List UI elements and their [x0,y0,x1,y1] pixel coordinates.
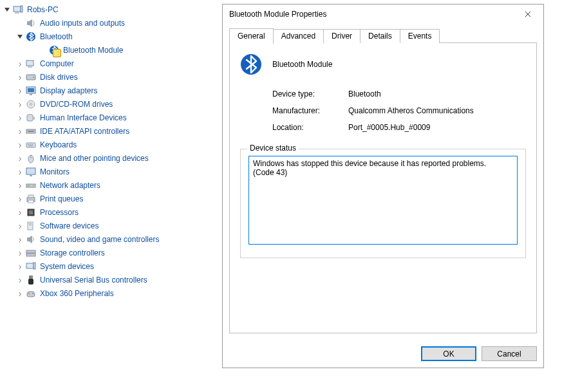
chevron-right-icon[interactable] [15,154,24,163]
location-label: Location: [272,123,348,132]
device-info-grid: Device type: Bluetooth Manufacturer: Qua… [272,89,526,132]
chevron-down-icon[interactable] [3,5,12,14]
dialog-button-row: OK Cancel [223,340,543,368]
tab-events[interactable]: Events [400,29,440,43]
tree-item-print-queues[interactable]: Print queues [0,192,212,205]
xbox-icon [26,288,36,299]
chevron-right-icon[interactable] [15,289,24,298]
tree-item-disk-drives[interactable]: Disk drives [0,70,212,84]
tree-item-label: DVD/CD-ROM drives [39,99,114,109]
tree-item-mice-and-other-pointing-devices[interactable]: Mice and other pointing devices [0,151,212,165]
tree-item-display-adapters[interactable]: Display adapters [0,84,212,97]
tree-item-dvd-cd-rom-drives[interactable]: DVD/CD-ROM drives [0,97,212,111]
chevron-right-icon[interactable] [15,221,24,230]
tree-item-label: Display adapters [39,86,98,96]
svg-rect-19 [28,131,34,132]
usb-icon [26,275,36,285]
chevron-right-icon[interactable] [15,194,24,203]
svg-rect-33 [28,195,33,198]
tree-item-bluetooth[interactable]: Bluetooth [0,30,212,43]
tab-general[interactable]: General [229,28,274,44]
tree-item-ide-ata-atapi-controllers[interactable]: IDE ATA/ATAPI controllers [0,124,212,138]
chevron-right-icon[interactable] [15,181,24,190]
tree-item-universal-serial-bus-controllers[interactable]: Universal Serial Bus controllers [0,273,212,286]
tree-item-processors[interactable]: Processors [0,205,212,219]
svg-rect-2 [15,12,19,14]
tree-item-label: System devices [39,261,95,272]
chevron-right-icon[interactable] [15,140,24,149]
software-icon [26,221,36,231]
tab-driver[interactable]: Driver [323,29,361,43]
svg-rect-20 [26,143,35,147]
svg-rect-37 [28,222,33,230]
tree-item-label: Disk drives [39,72,79,82]
tree-item-bluetooth-module[interactable]: Bluetooth Module [0,43,212,57]
tree-item-computer[interactable]: Computer [0,57,212,70]
chevron-right-icon[interactable] [15,235,24,244]
chevron-right-icon[interactable] [15,59,24,68]
tree-item-label: Software devices [39,221,100,231]
tree-item-label: Network adapters [39,180,102,191]
svg-point-48 [28,293,30,294]
svg-rect-1 [21,6,23,12]
computer-icon [13,5,23,15]
svg-rect-36 [29,210,33,214]
svg-rect-44 [26,263,33,268]
chevron-right-icon[interactable] [15,275,24,285]
tree-item-xbox-360-peripherals[interactable]: Xbox 360 Peripherals [0,286,212,300]
svg-point-15 [30,103,32,105]
tree-item-label: Human Interface Devices [39,113,128,123]
device-tree[interactable]: Robs-PC Audio inputs and outputsBluetoot… [0,0,212,300]
svg-rect-17 [33,117,35,120]
tree-root-label: Robs-PC [26,5,60,15]
chevron-right-icon[interactable] [15,167,24,176]
chevron-right-icon[interactable] [15,208,24,217]
svg-rect-3 [27,21,29,25]
tree-root[interactable]: Robs-PC [0,3,212,16]
keyboard-icon [26,140,36,150]
tree-item-label: Sound, video and game controllers [39,234,160,245]
tree-item-system-devices[interactable]: System devices [0,259,212,273]
svg-rect-47 [28,279,33,285]
chevron-down-icon[interactable] [15,32,24,41]
device-status-text[interactable] [248,156,518,245]
svg-rect-8 [28,66,32,68]
chevron-right-icon[interactable] [15,100,24,109]
close-button[interactable] [515,6,541,23]
dialog-tabs: GeneralAdvancedDriverDetailsEvents [229,28,537,43]
computer-icon [26,59,36,69]
tree-item-software-devices[interactable]: Software devices [0,219,212,232]
cancel-button[interactable]: Cancel [482,346,537,361]
chevron-right-icon[interactable] [15,86,24,95]
tree-item-audio-inputs-and-outputs[interactable]: Audio inputs and outputs [0,16,212,30]
svg-rect-23 [32,144,33,145]
chevron-right-icon[interactable] [15,248,24,257]
device-name: Bluetooth Module [272,60,332,69]
manufacturer-value: Qualcomm Atheros Communications [348,106,526,115]
tree-item-keyboards[interactable]: Keyboards [0,138,212,151]
chevron-right-icon[interactable] [15,73,24,82]
device-status-group: Device status [240,149,526,258]
tab-advanced[interactable]: Advanced [273,29,324,43]
properties-dialog: Bluetooth Module Properties GeneralAdvan… [222,4,544,368]
storage-icon [26,248,36,258]
chevron-right-icon[interactable] [15,113,24,122]
tree-item-storage-controllers[interactable]: Storage controllers [0,246,212,259]
tree-item-monitors[interactable]: Monitors [0,165,212,178]
chevron-right-icon[interactable] [15,262,24,271]
tree-item-label: Computer [39,59,75,69]
svg-rect-42 [26,250,35,253]
svg-point-49 [32,293,33,294]
svg-rect-40 [27,238,29,241]
device-type-label: Device type: [272,89,348,98]
tree-item-sound-video-and-game-controllers[interactable]: Sound, video and game controllers [0,232,212,246]
tab-details[interactable]: Details [360,29,400,43]
monitor-icon [26,167,36,177]
chevron-right-icon[interactable] [15,127,24,136]
ok-button[interactable]: OK [421,346,476,361]
tree-item-label: Print queues [39,194,84,204]
tree-item-human-interface-devices[interactable]: Human Interface Devices [0,111,212,124]
bluetooth-icon [240,53,262,75]
dialog-title: Bluetooth Module Properties [229,10,515,19]
tree-item-network-adapters[interactable]: Network adapters [0,178,212,192]
